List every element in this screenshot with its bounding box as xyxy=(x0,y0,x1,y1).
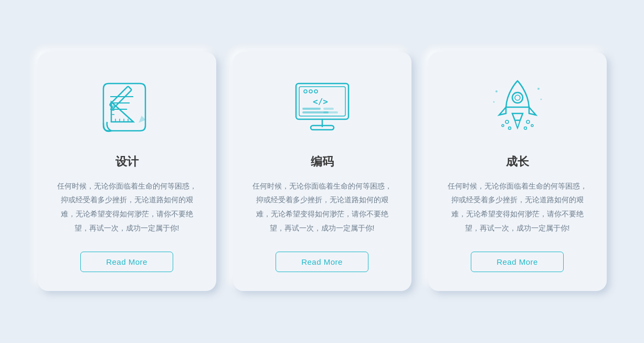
svg-point-32 xyxy=(495,90,498,92)
svg-point-25 xyxy=(515,95,520,100)
svg-point-15 xyxy=(309,90,312,93)
svg-rect-21 xyxy=(323,111,338,113)
svg-point-27 xyxy=(502,124,504,127)
svg-rect-18 xyxy=(302,108,321,110)
growth-title: 成长 xyxy=(506,154,529,170)
design-icon xyxy=(93,73,161,141)
coding-title: 编码 xyxy=(311,154,334,170)
svg-point-34 xyxy=(493,101,494,102)
svg-point-24 xyxy=(512,92,523,103)
svg-point-31 xyxy=(524,127,526,129)
design-read-more-button[interactable]: Read More xyxy=(80,252,173,272)
svg-text:</>: </> xyxy=(313,97,328,107)
svg-point-14 xyxy=(304,90,307,93)
coding-read-more-button[interactable]: Read More xyxy=(276,252,368,272)
svg-rect-23 xyxy=(311,126,334,130)
design-description: 任何时候，无论你面临着生命的何等困惑，抑或经受着多少挫折，无论道路如何的艰难，无… xyxy=(57,179,197,235)
svg-point-29 xyxy=(526,120,530,123)
svg-marker-4 xyxy=(140,117,145,122)
svg-point-28 xyxy=(508,127,511,129)
growth-read-more-button[interactable]: Read More xyxy=(471,252,564,272)
svg-point-30 xyxy=(531,124,533,127)
rocket-icon xyxy=(483,73,552,141)
svg-point-16 xyxy=(314,90,318,93)
svg-point-26 xyxy=(505,120,509,123)
card-design: 设计 任何时候，无论你面临着生命的何等困惑，抑或经受着多少挫折，无论道路如何的艰… xyxy=(38,52,216,291)
svg-rect-3 xyxy=(109,86,131,108)
coding-icon: </> xyxy=(288,73,356,141)
growth-description: 任何时候，无论你面临着生命的何等困惑，抑或经受着多少挫折，无论道路如何的艰难，无… xyxy=(447,179,588,235)
svg-point-35 xyxy=(540,98,542,100)
design-title: 设计 xyxy=(115,154,139,170)
svg-rect-20 xyxy=(323,108,334,110)
svg-point-33 xyxy=(537,88,540,90)
coding-description: 任何时候，无论你面临着生命的何等困惑，抑或经受着多少挫折，无论道路如何的艰难，无… xyxy=(252,179,393,235)
card-coding: </> 编码 任何时候，无论你面临着生命的何等困惑，抑或经受着多少挫折，无论道路… xyxy=(233,52,411,291)
cards-container: 设计 任何时候，无论你面临着生命的何等困惑，抑或经受着多少挫折，无论道路如何的艰… xyxy=(17,31,628,312)
card-growth: 成长 任何时候，无论你面临着生命的何等困惑，抑或经受着多少挫折，无论道路如何的艰… xyxy=(428,52,607,291)
